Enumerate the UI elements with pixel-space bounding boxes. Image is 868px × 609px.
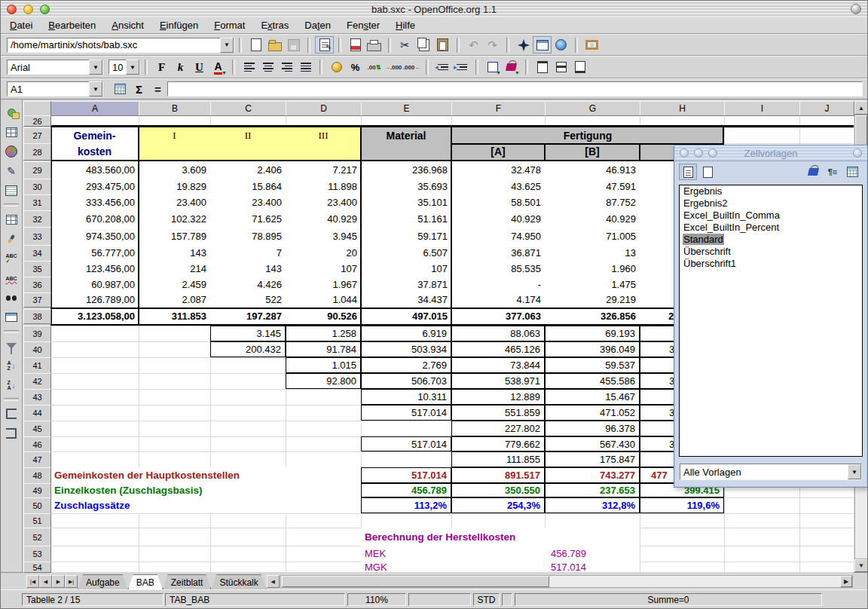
column-header-D[interactable]: D bbox=[286, 101, 362, 116]
row-header-53[interactable]: 53 bbox=[23, 546, 51, 562]
cell-A32[interactable]: 670.208,00 bbox=[50, 210, 139, 227]
function-wizard-button[interactable] bbox=[111, 81, 130, 98]
group-button[interactable] bbox=[2, 405, 20, 423]
cell-G40[interactable]: 396.049 bbox=[545, 341, 640, 357]
cell-E54[interactable]: MGK bbox=[361, 562, 451, 572]
align-top-button[interactable] bbox=[533, 59, 552, 76]
cell-E38[interactable]: 497.015 bbox=[361, 309, 451, 323]
status-mode[interactable]: STD bbox=[473, 593, 500, 606]
column-header-A[interactable]: A bbox=[50, 101, 139, 116]
cell-B34[interactable]: 143 bbox=[139, 245, 210, 261]
menu-datei[interactable]: Datei bbox=[10, 20, 32, 31]
align-left-button[interactable] bbox=[240, 59, 258, 76]
cell-A28[interactable]: kosten bbox=[50, 143, 139, 160]
bold-button[interactable]: F bbox=[152, 59, 171, 76]
paste-button[interactable] bbox=[433, 36, 452, 54]
cell-F34[interactable]: 36.871 bbox=[451, 245, 545, 261]
cell-E44[interactable]: 517.014 bbox=[361, 405, 451, 421]
row-header-40[interactable]: 40 bbox=[23, 341, 51, 358]
cell-A37[interactable]: 126.789,00 bbox=[50, 292, 139, 307]
next-sheet-button[interactable]: ▶ bbox=[52, 575, 65, 588]
cell-E32[interactable]: 51.161 bbox=[361, 210, 451, 227]
cell-C29[interactable]: 2.406 bbox=[210, 161, 286, 179]
font-name-combobox[interactable]: ▼ bbox=[7, 60, 103, 75]
window-orb-icon[interactable] bbox=[851, 4, 861, 14]
cell-D36[interactable]: 1.967 bbox=[286, 277, 361, 292]
cell-F28[interactable]: [A] bbox=[451, 143, 545, 160]
percent-format-button[interactable]: % bbox=[346, 59, 365, 76]
export-pdf-button[interactable] bbox=[346, 36, 365, 54]
tab-scroll-button[interactable]: ◀ bbox=[267, 575, 280, 588]
cell-F36[interactable]: - bbox=[451, 277, 545, 292]
cell-F46[interactable]: 779.662 bbox=[451, 436, 545, 451]
add-decimal-button[interactable]: →.000 bbox=[384, 59, 402, 76]
cell-B36[interactable]: 2.459 bbox=[139, 277, 210, 292]
cell-G45[interactable]: 96.378 bbox=[545, 421, 640, 436]
cell-G50[interactable]: 312,8% bbox=[545, 497, 640, 513]
cell-F49[interactable]: 350.550 bbox=[451, 483, 545, 497]
cell-E48[interactable]: 517.014 bbox=[361, 467, 451, 483]
cell-G36[interactable]: 1.475 bbox=[545, 277, 640, 292]
row-header-41[interactable]: 41 bbox=[23, 357, 51, 374]
column-header-B[interactable]: B bbox=[139, 101, 211, 116]
menu-einfügen[interactable]: Einfügen bbox=[160, 20, 198, 31]
justify-button[interactable] bbox=[296, 59, 315, 76]
previous-sheet-button[interactable]: ◀ bbox=[39, 575, 52, 588]
cell-E35[interactable]: 107 bbox=[361, 261, 451, 277]
cell-C32[interactable]: 71.625 bbox=[210, 210, 286, 227]
cell-E43[interactable]: 10.311 bbox=[361, 389, 451, 405]
status-zoom[interactable]: 110% bbox=[347, 593, 406, 606]
form-controls-button[interactable] bbox=[2, 182, 20, 200]
increase-indent-button[interactable]: ▸ bbox=[452, 59, 471, 76]
name-box[interactable]: ▼ bbox=[7, 81, 103, 96]
cell-E53[interactable]: MEK bbox=[361, 546, 451, 562]
cell-B29[interactable]: 3.609 bbox=[139, 161, 210, 179]
row-header-39[interactable]: 39 bbox=[23, 326, 51, 342]
cell-C30[interactable]: 15.864 bbox=[210, 179, 286, 194]
font-name-dropdown-icon[interactable]: ▼ bbox=[89, 60, 102, 75]
column-header-E[interactable]: E bbox=[361, 101, 452, 116]
print-button[interactable] bbox=[365, 36, 384, 54]
cell-F31[interactable]: 58.501 bbox=[451, 194, 545, 210]
sheet-tab-BAB[interactable]: BAB bbox=[128, 574, 163, 589]
menu-format[interactable]: Format bbox=[214, 20, 245, 31]
font-size-combobox[interactable]: ▼ bbox=[108, 60, 140, 75]
cell-C35[interactable]: 143 bbox=[210, 261, 286, 277]
cell-D30[interactable]: 11.898 bbox=[286, 179, 361, 194]
cell-A38[interactable]: 3.123.058,00 bbox=[50, 309, 139, 323]
style-filter-input[interactable] bbox=[680, 467, 848, 478]
currency-format-button[interactable] bbox=[327, 59, 346, 76]
row-header-30[interactable]: 30 bbox=[23, 179, 51, 195]
font-color-button[interactable]: A▼ bbox=[209, 59, 228, 76]
standard-format-button[interactable]: .00⇅ bbox=[365, 59, 384, 76]
ungroup-button[interactable] bbox=[2, 424, 20, 442]
sheet-tab-Aufgabe[interactable]: Aufgabe bbox=[78, 574, 128, 589]
cell-G53[interactable]: 456.789 bbox=[545, 546, 640, 562]
cell-D40[interactable]: 91.784 bbox=[286, 341, 361, 357]
cell-G37[interactable]: 29.219 bbox=[545, 292, 640, 307]
cell-G30[interactable]: 47.591 bbox=[545, 179, 640, 194]
scroll-right-button[interactable]: ▶ bbox=[840, 576, 852, 587]
column-header-H[interactable]: H bbox=[640, 101, 725, 116]
cell-F30[interactable]: 43.625 bbox=[451, 179, 545, 194]
data-sources-button[interactable] bbox=[2, 308, 20, 326]
name-box-dropdown-icon[interactable]: ▼ bbox=[89, 81, 102, 96]
cell-G46[interactable]: 567.430 bbox=[545, 436, 640, 451]
cell-E37[interactable]: 34.437 bbox=[361, 292, 451, 307]
column-header-J[interactable]: J bbox=[799, 101, 854, 116]
cell-C27[interactable]: II bbox=[210, 127, 286, 143]
cell-A48[interactable]: Gemeinkosten der Hauptkostenstellen bbox=[50, 467, 361, 483]
cell-F38[interactable]: 377.063 bbox=[451, 309, 545, 323]
style-filter-combobox[interactable]: ▼ bbox=[680, 464, 862, 480]
url-input[interactable] bbox=[8, 39, 220, 50]
borders-dropdown-icon[interactable]: ▼ bbox=[496, 70, 501, 75]
cell-reference-input[interactable] bbox=[8, 84, 89, 95]
cell-G49[interactable]: 237.653 bbox=[545, 483, 640, 497]
navigator-button[interactable] bbox=[514, 36, 533, 54]
cell-styles-button[interactable] bbox=[679, 164, 697, 180]
undo-button[interactable]: ↶ bbox=[464, 36, 483, 54]
delete-decimal-button[interactable]: .000← bbox=[402, 59, 421, 76]
cell-E31[interactable]: 35.101 bbox=[361, 194, 451, 210]
fill-format-mode-button[interactable] bbox=[804, 164, 822, 180]
cell-E39[interactable]: 6.919 bbox=[361, 326, 451, 341]
